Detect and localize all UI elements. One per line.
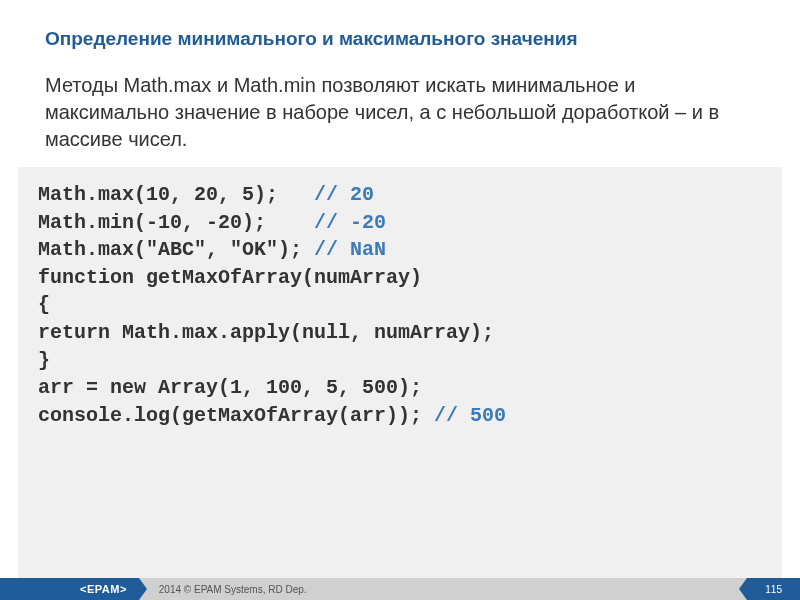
- code-line: Math.max("ABC", "OK"); // NaN: [38, 236, 762, 264]
- slide: Определение минимального и максимального…: [0, 0, 800, 600]
- epam-logo: <EPAM>: [68, 578, 139, 600]
- code-line: return Math.max.apply(null, numArray);: [38, 319, 762, 347]
- code-comment: // NaN: [314, 238, 386, 261]
- code-comment: // 500: [434, 404, 506, 427]
- code-line: }: [38, 347, 762, 375]
- slide-description: Методы Math.max и Math.min позволяют иск…: [0, 64, 800, 167]
- footer-accent: [0, 578, 68, 600]
- code-line: {: [38, 291, 762, 319]
- slide-title: Определение минимального и максимального…: [0, 0, 800, 64]
- code-line: Math.max(10, 20, 5); // 20: [38, 181, 762, 209]
- page-number: 115: [747, 578, 800, 600]
- code-comment: // 20: [314, 183, 374, 206]
- code-block: Math.max(10, 20, 5); // 20 Math.min(-10,…: [18, 167, 782, 578]
- code-line: arr = new Array(1, 100, 5, 500);: [38, 374, 762, 402]
- code-comment: // -20: [314, 211, 386, 234]
- code-line: Math.min(-10, -20); // -20: [38, 209, 762, 237]
- footer: <EPAM> 2014 © EPAM Systems, RD Dep. 115: [0, 578, 800, 600]
- footer-copyright: 2014 © EPAM Systems, RD Dep.: [159, 584, 307, 595]
- code-line: console.log(getMaxOfArray(arr)); // 500: [38, 402, 762, 430]
- code-line: function getMaxOfArray(numArray): [38, 264, 762, 292]
